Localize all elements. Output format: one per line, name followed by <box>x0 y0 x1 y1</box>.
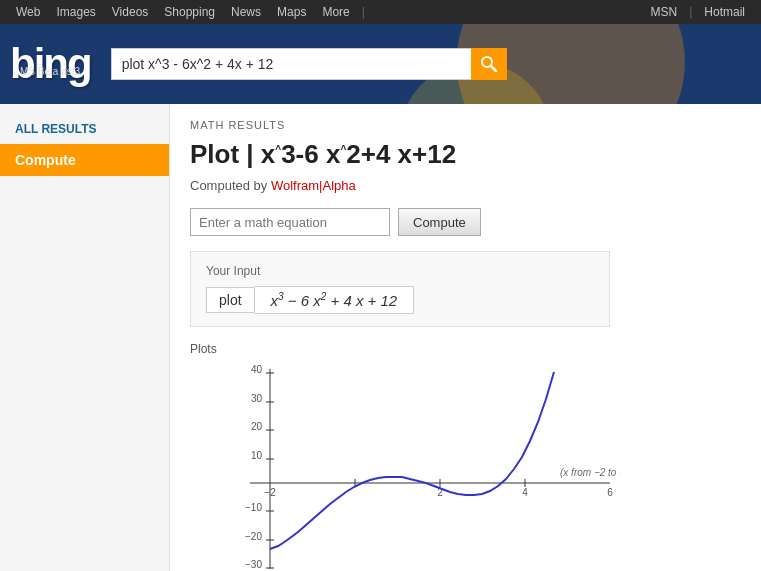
computed-by-prefix: Computed by <box>190 178 271 193</box>
bing-logo: bing <box>10 43 91 85</box>
nav-images[interactable]: Images <box>50 5 101 19</box>
nav-shopping[interactable]: Shopping <box>158 5 221 19</box>
svg-text:20: 20 <box>251 421 263 432</box>
svg-text:−30: −30 <box>245 559 262 570</box>
nav-msn[interactable]: MSN <box>645 5 684 19</box>
nav-maps[interactable]: Maps <box>271 5 312 19</box>
search-icon <box>480 55 498 73</box>
svg-text:40: 40 <box>251 364 263 375</box>
logo-subtitle: MS Beta dsf3 <box>20 66 80 77</box>
plot-tag: plot <box>206 287 255 313</box>
header: bing MS Beta dsf3 <box>0 24 761 104</box>
plot-container: 40 30 20 10 −10 −20 −30 <box>190 364 610 564</box>
main-content: MATH RESULTS Plot | x^3-6 x^2+4 x+12 Com… <box>170 104 761 571</box>
top-navigation: Web Images Videos Shopping News Maps Mor… <box>0 0 761 24</box>
svg-text:4: 4 <box>522 487 528 498</box>
svg-text:−2: −2 <box>264 487 276 498</box>
sidebar-item-all-results[interactable]: ALL RESULTS <box>0 114 169 144</box>
sidebar-item-compute[interactable]: Compute <box>0 144 169 176</box>
input-display: plot x3 − 6 x2 + 4 x + 12 <box>206 286 594 314</box>
plots-label: Plots <box>190 342 741 356</box>
svg-text:(x from −2 to 6): (x from −2 to 6) <box>560 467 620 478</box>
sidebar: ALL RESULTS Compute <box>0 104 170 571</box>
content-area: ALL RESULTS Compute MATH RESULTS Plot | … <box>0 104 761 571</box>
nav-separator-2: | <box>687 5 694 19</box>
plot-svg: 40 30 20 10 −10 −20 −30 <box>190 364 620 571</box>
search-input[interactable] <box>111 48 471 80</box>
svg-text:−20: −20 <box>245 531 262 542</box>
section-label: MATH RESULTS <box>190 119 741 131</box>
nav-hotmail[interactable]: Hotmail <box>698 5 751 19</box>
your-input-section: Your Input plot x3 − 6 x2 + 4 x + 12 <box>190 251 610 327</box>
nav-more[interactable]: More <box>316 5 355 19</box>
your-input-label: Your Input <box>206 264 594 278</box>
math-input-row: Compute <box>190 208 741 236</box>
wolfram-alpha-link[interactable]: Wolfram|Alpha <box>271 178 356 193</box>
svg-text:30: 30 <box>251 393 263 404</box>
nav-separator: | <box>360 5 367 19</box>
equation-display: x3 − 6 x2 + 4 x + 12 <box>255 286 415 314</box>
result-title: Plot | x^3-6 x^2+4 x+12 <box>190 139 741 170</box>
search-button[interactable] <box>471 48 507 80</box>
svg-line-1 <box>491 66 496 71</box>
math-equation-input[interactable] <box>190 208 390 236</box>
nav-news[interactable]: News <box>225 5 267 19</box>
nav-web[interactable]: Web <box>10 5 46 19</box>
svg-text:6: 6 <box>607 487 613 498</box>
nav-videos[interactable]: Videos <box>106 5 154 19</box>
svg-text:−10: −10 <box>245 502 262 513</box>
search-bar <box>111 48 507 80</box>
compute-button[interactable]: Compute <box>398 208 481 236</box>
plots-section: Plots 40 30 20 <box>190 342 741 564</box>
svg-text:10: 10 <box>251 450 263 461</box>
computed-by: Computed by Wolfram|Alpha <box>190 178 741 193</box>
